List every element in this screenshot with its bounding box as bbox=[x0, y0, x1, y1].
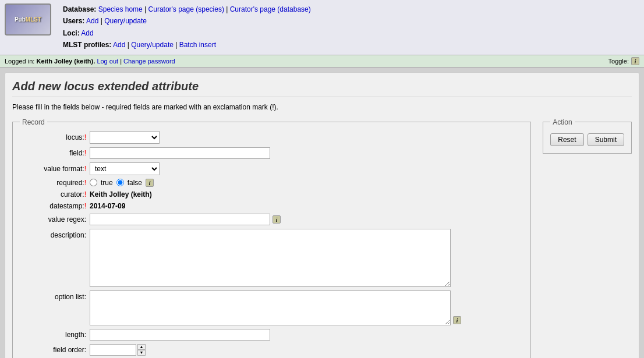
field-label: field:! bbox=[20, 149, 90, 157]
value-regex-info-icon[interactable]: i bbox=[273, 215, 281, 224]
value-format-label: value format:! bbox=[20, 165, 90, 173]
curators-species-link[interactable]: Curator's page (species) bbox=[148, 5, 224, 13]
required-info-icon[interactable]: i bbox=[146, 179, 154, 187]
header: PubMLST Database: Species home | Curator… bbox=[0, 0, 644, 55]
required-true-radio[interactable] bbox=[90, 179, 97, 186]
curator-label: curator:! bbox=[20, 190, 90, 199]
users-add-link[interactable]: Add bbox=[86, 17, 98, 25]
required-false-radio[interactable] bbox=[116, 179, 124, 186]
regex-input-group: i bbox=[90, 214, 281, 225]
loci-nav: Loci: Add bbox=[63, 27, 311, 39]
description-textarea[interactable] bbox=[90, 229, 451, 287]
logged-in-user: Keith Jolley (keith). bbox=[36, 58, 95, 65]
length-label: length: bbox=[20, 331, 90, 339]
curator-value: Keith Jolley (keith) bbox=[90, 190, 152, 199]
mlst-add-link[interactable]: Add bbox=[113, 41, 125, 49]
description-row: description: bbox=[20, 229, 523, 287]
submit-button[interactable]: Submit bbox=[588, 133, 624, 146]
curator-row: curator:! Keith Jolley (keith) bbox=[20, 190, 523, 199]
value-regex-row: value regex: i bbox=[20, 214, 523, 225]
option-list-info-icon[interactable]: i bbox=[453, 316, 461, 324]
logo-area: PubMLST bbox=[5, 3, 57, 36]
field-order-increment-button[interactable]: ▲ bbox=[137, 344, 146, 350]
page-title: Add new locus extended attribute bbox=[12, 80, 632, 97]
field-order-spinner-buttons: ▲ ▼ bbox=[137, 344, 146, 356]
reset-button[interactable]: Reset bbox=[550, 133, 583, 146]
length-row: length: bbox=[20, 329, 523, 341]
required-required-mark: ! bbox=[84, 179, 86, 187]
curator-required-mark: ! bbox=[84, 190, 86, 199]
form-container: Record locus:! field:! value bbox=[12, 118, 632, 358]
option-list-label: option list: bbox=[20, 290, 90, 301]
field-order-row: field order: ▲ ▼ bbox=[20, 344, 523, 356]
toggle-label: Toggle: bbox=[608, 58, 629, 65]
required-true-label: true bbox=[101, 179, 113, 187]
datestamp-required-mark: ! bbox=[84, 202, 86, 210]
mlst-batch-link[interactable]: Batch insert bbox=[179, 41, 216, 49]
mlst-nav: MLST profiles: Add | Query/update | Batc… bbox=[63, 39, 311, 51]
action-fieldset: Action Reset Submit bbox=[543, 118, 632, 154]
record-fieldset: Record locus:! field:! value bbox=[12, 118, 531, 358]
locus-select[interactable] bbox=[90, 131, 160, 144]
option-list-textarea[interactable] bbox=[90, 290, 451, 325]
curators-database-link[interactable]: Curator's page (database) bbox=[230, 5, 311, 13]
users-query-link[interactable]: Query/update bbox=[104, 17, 147, 25]
main-content: Add new locus extended attribute Please … bbox=[5, 72, 639, 358]
action-legend: Action bbox=[550, 118, 574, 126]
logo: PubMLST bbox=[5, 3, 51, 36]
datestamp-row: datestamp:! 2014-07-09 bbox=[20, 202, 523, 210]
value-format-select[interactable]: text integer float date bbox=[90, 162, 160, 175]
toggle-area: Toggle: i bbox=[608, 57, 639, 65]
value-regex-label: value regex: bbox=[20, 215, 90, 224]
instruction-text: Please fill in the fields below - requir… bbox=[12, 103, 632, 111]
record-legend: Record bbox=[20, 118, 47, 126]
field-order-spinner-wrapper: ▲ ▼ bbox=[90, 344, 146, 356]
option-list-row: option list: i bbox=[20, 290, 523, 325]
locus-row: locus:! bbox=[20, 131, 523, 144]
required-row: required:! true false i bbox=[20, 179, 523, 187]
value-format-required-mark: ! bbox=[84, 165, 86, 173]
field-input[interactable] bbox=[90, 147, 270, 159]
datestamp-label: datestamp:! bbox=[20, 202, 90, 210]
field-order-label: field order: bbox=[20, 346, 90, 354]
loci-add-link[interactable]: Add bbox=[81, 29, 93, 37]
mlst-label: MLST profiles: bbox=[63, 41, 111, 49]
value-regex-input[interactable] bbox=[90, 214, 270, 225]
field-order-input[interactable] bbox=[90, 344, 136, 356]
required-false-label: false bbox=[128, 179, 142, 187]
species-home-link[interactable]: Species home bbox=[98, 5, 143, 13]
action-buttons: Reset Submit bbox=[550, 133, 624, 146]
login-bar: Logged in: Keith Jolley (keith). Log out… bbox=[0, 55, 644, 68]
description-label: description: bbox=[20, 229, 90, 239]
datestamp-value: 2014-07-09 bbox=[90, 202, 125, 210]
required-radio-group: true false i bbox=[90, 179, 154, 187]
change-password-link[interactable]: Change password bbox=[123, 58, 175, 65]
locus-required-mark: ! bbox=[84, 133, 86, 141]
value-format-row: value format:! text integer float date bbox=[20, 162, 523, 175]
nav-links: Database: Species home | Curator's page … bbox=[63, 3, 311, 51]
option-list-group: i bbox=[90, 290, 461, 325]
length-input[interactable] bbox=[90, 329, 270, 341]
database-nav: Database: Species home | Curator's page … bbox=[63, 3, 311, 15]
loci-label: Loci: bbox=[63, 29, 80, 37]
logout-link[interactable]: Log out bbox=[97, 58, 118, 65]
field-order-decrement-button[interactable]: ▼ bbox=[137, 350, 146, 356]
users-label: Users: bbox=[63, 17, 84, 25]
field-required-mark: ! bbox=[84, 149, 86, 157]
users-nav: Users: Add | Query/update bbox=[63, 15, 311, 27]
login-info: Logged in: Keith Jolley (keith). Log out… bbox=[5, 58, 175, 65]
locus-label: locus:! bbox=[20, 133, 90, 141]
toggle-info-icon[interactable]: i bbox=[631, 57, 639, 65]
required-label: required:! bbox=[20, 179, 90, 187]
field-row: field:! bbox=[20, 147, 523, 159]
database-label: Database: bbox=[63, 5, 96, 13]
logged-in-label: Logged in: bbox=[5, 58, 34, 65]
mlst-query-link[interactable]: Query/update bbox=[131, 41, 174, 49]
